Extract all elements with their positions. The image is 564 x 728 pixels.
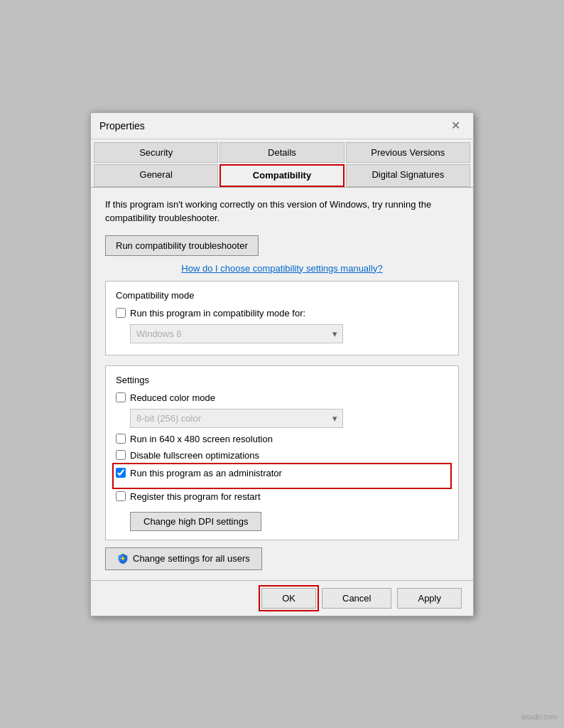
restart-checkbox-row: Register this program for restart — [116, 491, 448, 502]
settings-section: Settings Reduced color mode 8-bit (256) … — [105, 365, 459, 540]
settings-title: Settings — [116, 375, 448, 385]
tab-digital-signatures[interactable]: Digital Signatures — [346, 164, 470, 187]
tab-details[interactable]: Details — [219, 142, 344, 163]
restart-checkbox[interactable] — [116, 491, 126, 501]
tabs-row2: General Compatibility Digital Signatures — [91, 163, 473, 188]
tab-security[interactable]: Security — [94, 142, 218, 163]
svg-rect-1 — [122, 557, 124, 560]
tab-general[interactable]: General — [94, 164, 218, 187]
compatibility-mode-section: Compatibility mode Run this program in c… — [105, 281, 459, 355]
compatibility-mode-label: Run this program in compatibility mode f… — [130, 308, 305, 318]
admin-checkbox-row: Run this program as an administrator — [116, 468, 448, 478]
admin-highlight-box: Run this program as an administrator — [116, 466, 448, 486]
compatibility-mode-title: Compatibility mode — [116, 290, 448, 301]
reduced-color-checkbox[interactable] — [116, 392, 126, 402]
tab-previous-versions[interactable]: Previous Versions — [346, 142, 470, 163]
compatibility-os-dropdown-wrapper: Windows 8 Windows 7 Windows Vista Window… — [130, 324, 343, 343]
admin-checkbox[interactable] — [116, 468, 126, 478]
intro-text: If this program isn't working correctly … — [105, 198, 459, 225]
dialog-footer: OK Cancel Apply — [91, 580, 473, 616]
compatibility-os-dropdown[interactable]: Windows 8 Windows 7 Windows Vista Window… — [130, 324, 343, 343]
fullscreen-checkbox-row: Disable fullscreen optimizations — [116, 450, 448, 461]
shield-icon — [117, 553, 129, 564]
tabs-row1: Security Details Previous Versions — [91, 139, 473, 163]
change-dpi-button[interactable]: Change high DPI settings — [130, 512, 261, 531]
change-settings-label: Change settings for all users — [133, 553, 250, 564]
tab-compatibility[interactable]: Compatibility — [219, 164, 344, 187]
fullscreen-checkbox[interactable] — [116, 450, 126, 460]
compatibility-help-link[interactable]: How do I choose compatibility settings m… — [105, 263, 459, 274]
dialog-title: Properties — [99, 120, 145, 132]
ok-button[interactable]: OK — [261, 588, 316, 609]
admin-label: Run this program as an administrator — [130, 468, 282, 478]
compatibility-mode-checkbox-row: Run this program in compatibility mode f… — [116, 308, 448, 318]
apply-button[interactable]: Apply — [397, 588, 462, 609]
properties-dialog: Properties ✕ Security Details Previous V… — [90, 112, 474, 616]
reduced-color-label: Reduced color mode — [130, 392, 215, 403]
run-troubleshooter-button[interactable]: Run compatibility troubleshooter — [105, 235, 259, 256]
fullscreen-label: Disable fullscreen optimizations — [130, 450, 259, 461]
cancel-button[interactable]: Cancel — [322, 588, 391, 609]
restart-label: Register this program for restart — [130, 491, 261, 502]
resolution-checkbox-row: Run in 640 x 480 screen resolution — [116, 434, 448, 444]
reduced-color-checkbox-row: Reduced color mode — [116, 392, 448, 403]
title-bar: Properties ✕ — [91, 113, 473, 139]
close-button[interactable]: ✕ — [447, 119, 465, 133]
watermark: wsxdn.com — [521, 713, 557, 721]
color-mode-dropdown[interactable]: 8-bit (256) color — [130, 409, 343, 428]
resolution-checkbox[interactable] — [116, 434, 126, 444]
color-mode-dropdown-wrapper: 8-bit (256) color — [130, 409, 343, 428]
change-settings-all-users-button[interactable]: Change settings for all users — [105, 547, 262, 570]
tab-content: If this program isn't working correctly … — [91, 188, 473, 580]
resolution-label: Run in 640 x 480 screen resolution — [130, 434, 273, 444]
compatibility-mode-checkbox[interactable] — [116, 308, 126, 318]
